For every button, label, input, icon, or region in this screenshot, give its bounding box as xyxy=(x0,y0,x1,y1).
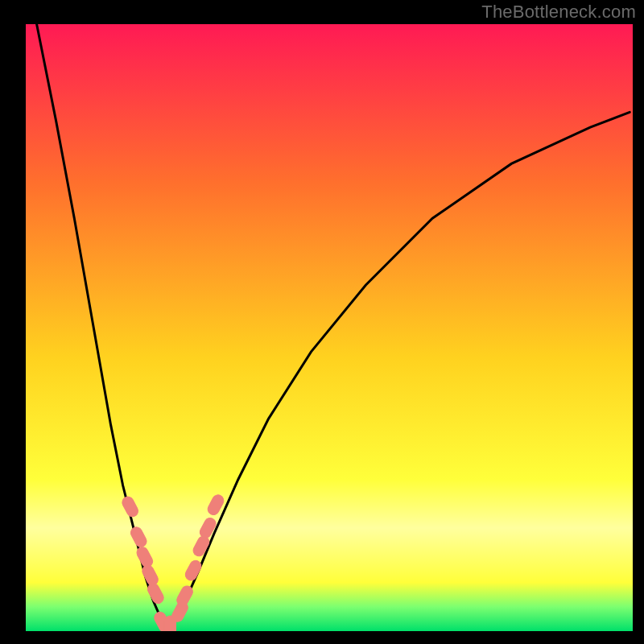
curve-layer xyxy=(26,24,633,631)
plot-area xyxy=(26,24,633,631)
marker-point xyxy=(120,495,140,519)
curve-right-curve xyxy=(168,112,630,628)
outer-frame: TheBottleneck.com xyxy=(0,0,644,644)
marker-point xyxy=(184,559,204,583)
marker-point xyxy=(129,525,149,549)
marker-point xyxy=(198,516,218,540)
watermark-text: TheBottleneck.com xyxy=(481,2,636,23)
curve-left-curve xyxy=(37,24,169,628)
